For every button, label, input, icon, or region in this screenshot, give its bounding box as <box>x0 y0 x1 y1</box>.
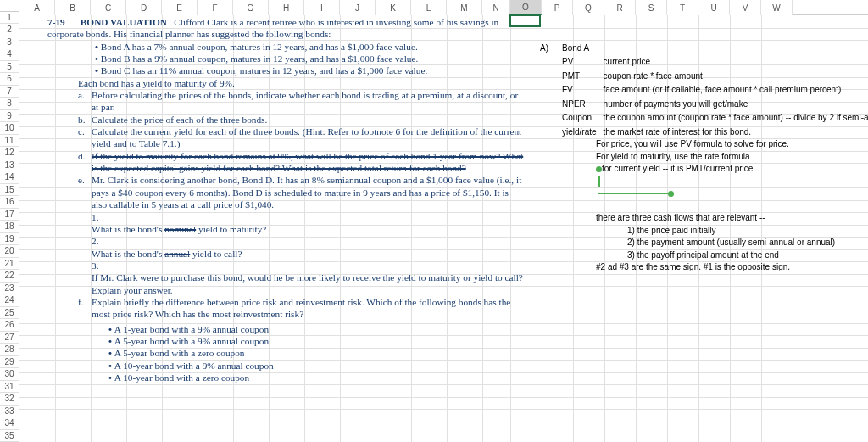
row-header-19[interactable]: 19 <box>0 233 19 246</box>
row-header-25[interactable]: 25 <box>0 307 19 320</box>
row-header-13[interactable]: 13 <box>0 159 19 172</box>
row-header-29[interactable]: 29 <box>0 356 19 369</box>
notes-a-bond: Bond A <box>562 42 602 54</box>
part-f: Explain briefly the difference between p… <box>92 296 524 321</box>
sheet-area[interactable]: 7-19 BOND VALUATION Clifford Clark is a … <box>19 15 868 442</box>
row-header-26[interactable]: 26 <box>0 319 19 332</box>
column-headers: ABCDEFGHIJKLMNOPQRSTUVW <box>19 0 868 15</box>
row-header-11[interactable]: 11 <box>0 135 19 148</box>
row-header-23[interactable]: 23 <box>0 283 19 295</box>
col-header-P[interactable]: P <box>542 0 573 15</box>
row-header-17[interactable]: 17 <box>0 209 19 221</box>
col-header-D[interactable]: D <box>126 0 162 15</box>
select-all-corner[interactable] <box>0 0 19 12</box>
row-header-28[interactable]: 28 <box>0 344 19 356</box>
notes-a-label: A) <box>540 42 554 54</box>
row-header-27[interactable]: 27 <box>0 332 19 344</box>
bond-a-desc: Bond A has a 7% annual coupon, matures i… <box>95 41 535 53</box>
row-header-3[interactable]: 3 <box>0 36 19 49</box>
row-header-6[interactable]: 6 <box>0 73 19 86</box>
col-header-V[interactable]: V <box>730 0 761 15</box>
col-header-F[interactable]: F <box>198 0 233 15</box>
part-e2: What is the bond's annual yield to call? <box>92 248 524 260</box>
row-header-20[interactable]: 20 <box>0 245 19 258</box>
row-headers: 1234567891011121314151617181920212223242… <box>0 12 19 443</box>
col-header-I[interactable]: I <box>304 0 340 15</box>
col-header-R[interactable]: R <box>604 0 636 15</box>
col-header-T[interactable]: T <box>667 0 698 15</box>
problem-number: 7-19 <box>47 16 78 28</box>
bond-b-desc: Bond B has a 9% annual coupon, matures i… <box>95 53 535 64</box>
row-header-2[interactable]: 2 <box>0 24 19 36</box>
col-header-J[interactable]: J <box>340 0 376 15</box>
row-header-1[interactable]: 1 <box>0 12 19 25</box>
row-header-31[interactable]: 31 <box>0 381 19 394</box>
row-header-12[interactable]: 12 <box>0 147 19 159</box>
col-header-Q[interactable]: Q <box>573 0 604 15</box>
col-header-M[interactable]: M <box>447 0 482 15</box>
row-header-22[interactable]: 22 <box>0 270 19 283</box>
part-a: Before calculating the prices of the bon… <box>92 89 524 114</box>
marker-line-icon <box>600 193 668 194</box>
row-header-14[interactable]: 14 <box>0 171 19 184</box>
spreadsheet: 1234567891011121314151617181920212223242… <box>0 0 868 442</box>
part-e1: What is the bond's nominal yield to matu… <box>92 223 524 235</box>
col-header-L[interactable]: L <box>411 0 447 15</box>
row-header-4[interactable]: 4 <box>0 48 19 61</box>
row-header-34[interactable]: 34 <box>0 417 19 430</box>
bond-c-desc: Bond C has an 11% annual coupon, matures… <box>95 64 535 76</box>
f-opt-3: A 5-year bond with a zero coupon <box>108 347 535 359</box>
part-b: Calculate the price of each of the three… <box>92 114 524 126</box>
col-header-C[interactable]: C <box>91 0 126 15</box>
col-header-E[interactable]: E <box>162 0 198 15</box>
row-header-7[interactable]: 7 <box>0 86 19 98</box>
row-header-30[interactable]: 30 <box>0 368 19 381</box>
problem-title: BOND VALUATION <box>81 17 167 27</box>
f-opt-1: A 1-year bond with a 9% annual coupon <box>108 323 535 335</box>
col-header-A[interactable]: A <box>19 0 55 15</box>
row-header-21[interactable]: 21 <box>0 258 19 271</box>
part-d: If the yield to maturity for each bond r… <box>92 150 524 175</box>
row-header-18[interactable]: 18 <box>0 221 19 233</box>
part-e: Mr. Clark is considering another bond, B… <box>92 174 524 210</box>
row-header-33[interactable]: 33 <box>0 406 19 418</box>
col-header-G[interactable]: G <box>233 0 269 15</box>
notes-formulas: For price, you will use PV formula to so… <box>596 139 789 201</box>
col-header-N[interactable]: N <box>482 0 510 15</box>
f-opt-2: A 5-year bond with a 9% annual coupon <box>108 335 535 347</box>
marker-dot-icon <box>668 191 674 197</box>
row-header-16[interactable]: 16 <box>0 196 19 209</box>
row-header-9[interactable]: 9 <box>0 110 19 123</box>
col-header-W[interactable]: W <box>761 0 793 15</box>
marker-dot-icon <box>596 166 602 172</box>
col-header-U[interactable]: U <box>698 0 730 15</box>
col-header-B[interactable]: B <box>55 0 91 15</box>
f-opt-4: A 10-year bond with a 9% annual coupon <box>108 360 535 372</box>
notes-cashflows: there are three cash flows that are rele… <box>596 213 835 275</box>
row-header-15[interactable]: 15 <box>0 184 19 197</box>
col-header-H[interactable]: H <box>269 0 304 15</box>
f-opt-5: A 10-year bond with a zero coupon <box>108 372 535 383</box>
row-header-35[interactable]: 35 <box>0 430 19 443</box>
col-header-O[interactable]: O <box>510 0 542 15</box>
row-header-5[interactable]: 5 <box>0 61 19 74</box>
notes-legend: A)Bond A PVcurrent price PMTcoupon rate … <box>538 40 868 140</box>
problem-text: 7-19 BOND VALUATION Clifford Clark is a … <box>47 16 535 383</box>
part-c: Calculate the current yield for each of … <box>92 126 524 150</box>
row-header-24[interactable]: 24 <box>0 294 19 307</box>
col-header-S[interactable]: S <box>636 0 667 15</box>
part-e3: If Mr. Clark were to purchase this bond,… <box>92 271 524 296</box>
row-header-32[interactable]: 32 <box>0 393 19 406</box>
ytm-line: Each bond has a yield to maturity of 9%. <box>78 77 535 89</box>
row-header-10[interactable]: 10 <box>0 122 19 135</box>
row-header-8[interactable]: 8 <box>0 98 19 110</box>
col-header-K[interactable]: K <box>376 0 411 15</box>
